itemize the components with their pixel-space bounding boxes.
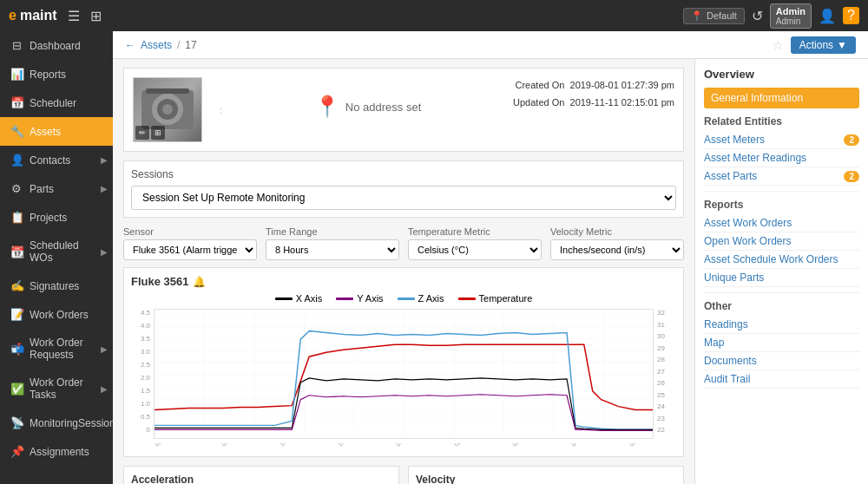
sidebar-item-reports[interactable]: 📊 Reports <box>0 60 113 88</box>
question-icon[interactable]: ? <box>843 7 859 24</box>
view-image-button[interactable]: ⊞ <box>151 126 165 140</box>
asset-parts-badge: 2 <box>844 171 859 182</box>
updated-on-row: Updated On 2019-11-11 02:15:01 pm <box>513 95 674 112</box>
temp-metric-dropdown[interactable]: Celsius (°C) <box>408 239 542 260</box>
sidebar-item-label: Scheduler <box>30 97 76 109</box>
image-toolbar: ✏ ⊞ <box>135 126 165 140</box>
legend-y-axis: Y Axis <box>336 293 383 304</box>
history-icon[interactable]: ↺ <box>752 8 763 24</box>
assets-icon: 🔧 <box>10 125 23 138</box>
back-icon[interactable]: ← <box>125 39 135 51</box>
scheduler-icon: 📅 <box>10 96 23 109</box>
sidebar: ⊟ Dashboard 📊 Reports 📅 Scheduler 🔧 Asse… <box>0 31 113 484</box>
sidebar-item-work-orders[interactable]: 📝 Work Orders <box>0 300 113 329</box>
legend-temperature: Temperature <box>458 293 533 304</box>
svg-point-3 <box>162 104 173 114</box>
audit-trail-item[interactable]: Audit Trail <box>704 370 859 389</box>
y-axis-color <box>336 298 353 300</box>
x-axis-color <box>275 298 293 300</box>
asset-schedule-wo-item[interactable]: Asset Schedule Work Orders <box>704 251 859 269</box>
chart-legend: X Axis Y Axis Z Axis Temperature <box>131 293 676 304</box>
default-button[interactable]: 📍 Default <box>683 8 745 24</box>
sidebar-item-signatures[interactable]: ✍ Signatures <box>0 271 113 300</box>
arrow-icon: ▶ <box>101 247 108 257</box>
sidebar-item-label: MonitoringSessions <box>30 417 113 429</box>
chart-svg <box>154 309 654 439</box>
breadcrumb-assets-link[interactable]: Assets <box>141 39 172 51</box>
admin-button[interactable]: Admin Admin <box>770 3 812 29</box>
legend-temp-label: Temperature <box>479 293 533 304</box>
sidebar-item-monitoring[interactable]: 📡 MonitoringSessions <box>0 409 113 437</box>
readings-item[interactable]: Readings <box>704 316 859 334</box>
top-navigation: emaint ☰ ⊞ 📍 Default ↺ Admin Admin 👤 ? <box>0 0 868 31</box>
workorders-icon: 📝 <box>10 308 23 321</box>
sidebar-item-contacts[interactable]: 👤 Contacts ▶ <box>0 146 113 174</box>
time-range-dropdown[interactable]: 8 Hours <box>266 239 399 260</box>
open-work-orders-item[interactable]: Open Work Orders <box>704 232 859 251</box>
sidebar-item-projects[interactable]: 📋 Projects <box>0 203 113 232</box>
breadcrumb-sep: / <box>177 39 180 51</box>
time-range-field: Time Range 8 Hours <box>266 226 399 260</box>
sidebar-item-wo-requests[interactable]: 📬 Work Order Requests ▶ <box>0 329 113 369</box>
sidebar-item-label: Assets <box>30 126 61 138</box>
related-entities-title: Related Entities <box>704 115 859 128</box>
projects-icon: 📋 <box>10 211 23 224</box>
right-panel: Overview General Information Related Ent… <box>694 59 868 484</box>
documents-item[interactable]: Documents <box>704 352 859 370</box>
sidebar-item-label: Assignments <box>30 446 89 458</box>
sessions-dropdown[interactable]: Session Set Up Remote Monitoring <box>131 186 676 210</box>
map-item[interactable]: Map <box>704 334 859 352</box>
sidebar-item-assignments[interactable]: 📌 Assignments <box>0 437 113 466</box>
velocity-metric-dropdown[interactable]: Inches/second (in/s) <box>550 239 684 260</box>
sidebar-item-dashboard[interactable]: ⊟ Dashboard <box>0 31 113 60</box>
sidebar-item-scheduler[interactable]: 📅 Scheduler <box>0 88 113 117</box>
logo[interactable]: emaint <box>9 8 57 23</box>
nav-right: 📍 Default ↺ Admin Admin 👤 ? <box>683 3 859 29</box>
asset-work-orders-item[interactable]: Asset Work Orders <box>704 214 859 232</box>
reports-title: Reports <box>704 199 859 211</box>
unique-parts-item[interactable]: Unique Parts <box>704 269 859 287</box>
user-icon[interactable]: 👤 <box>819 8 836 24</box>
reports-icon: 📊 <box>10 68 23 81</box>
sidebar-item-label: Reports <box>30 69 66 81</box>
general-info-item[interactable]: General Information <box>704 88 859 108</box>
asset-meter-readings-item[interactable]: Asset Meter Readings <box>704 149 859 167</box>
grid-icon[interactable]: ⊞ <box>90 8 102 24</box>
menu-icon[interactable]: ☰ <box>68 8 80 24</box>
asset-parts-item[interactable]: Asset Parts 2 <box>704 167 859 186</box>
sensor-dropdown[interactable]: Fluke 3561 (Alarm triggered) <box>123 239 257 260</box>
divider-1 <box>704 191 859 192</box>
velocity-metric-label: Velocity Metric <box>550 226 684 237</box>
sidebar-item-parts[interactable]: ⚙ Parts ▶ <box>0 174 113 203</box>
asset-meters-badge: 2 <box>844 134 859 146</box>
main-layout: ⊟ Dashboard 📊 Reports 📅 Scheduler 🔧 Asse… <box>0 31 868 484</box>
sidebar-item-wo-tasks[interactable]: ✅ Work Order Tasks ▶ <box>0 369 113 409</box>
content-body: ✏ ⊞ : 📍 No address set Created On 2019-0… <box>113 59 868 484</box>
map-label: Map <box>704 337 724 349</box>
chart-container: Fluke 3561 🔔 X Axis Y Axis <box>123 267 684 457</box>
actions-button[interactable]: Actions ▼ <box>791 36 856 54</box>
asset-parts-label: Asset Parts <box>704 170 757 182</box>
created-on-row: Created On 2019-08-01 01:27:39 pm <box>513 77 674 95</box>
acceleration-title: Acceleration <box>131 474 391 484</box>
edit-image-button[interactable]: ✏ <box>135 126 149 140</box>
bell-icon: 🔔 <box>193 276 206 288</box>
star-icon[interactable]: ☆ <box>773 38 784 52</box>
audit-trail-label: Audit Trail <box>704 373 750 385</box>
chart-title: Fluke 3561 <box>131 275 189 288</box>
sidebar-item-assets[interactable]: 🔧 Assets <box>0 117 113 146</box>
sidebar-item-scheduled-wos[interactable]: 📆 Scheduled WOs ▶ <box>0 232 113 271</box>
admin-label: Admin <box>776 6 806 16</box>
temp-metric-label: Temperature Metric <box>408 226 542 237</box>
logo-e-text: e <box>9 8 16 23</box>
asset-meters-label: Asset Meters <box>704 134 765 146</box>
content-area: ← Assets / 17 ☆ Actions ▼ <box>113 31 868 484</box>
legend-y-label: Y Axis <box>357 293 383 304</box>
asset-meters-item[interactable]: Asset Meters 2 <box>704 131 859 149</box>
sidebar-item-label: Parts <box>30 183 54 195</box>
asset-work-orders-label: Asset Work Orders <box>704 217 792 229</box>
sessions-section: Sessions Session Set Up Remote Monitorin… <box>123 160 684 218</box>
admin-sub: Admin <box>776 16 806 26</box>
sidebar-item-label: Scheduled WOs <box>30 239 102 264</box>
legend-z-label: Z Axis <box>418 293 444 304</box>
